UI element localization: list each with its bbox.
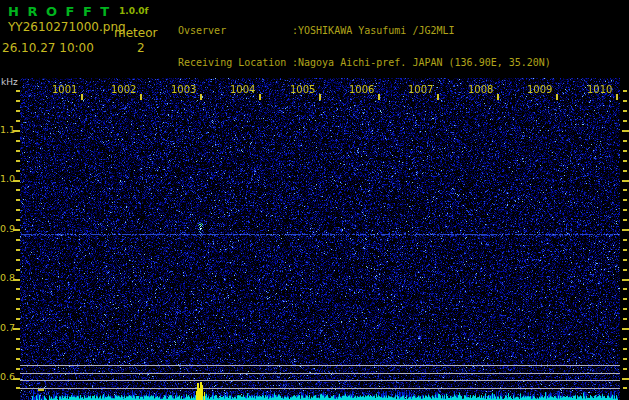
freq-label: 1.0 [0, 174, 14, 184]
freq-tick [623, 100, 627, 102]
freq-tick [13, 378, 20, 380]
freq-label: 1.1 [0, 125, 14, 135]
level-marker-tick [38, 389, 44, 391]
freq-tick [623, 90, 627, 92]
freq-tick [622, 328, 629, 330]
info-value: :YOSHIKAWA Yasufumi /JG2MLI [292, 25, 455, 36]
freq-tick [622, 378, 629, 380]
freq-tick [623, 239, 627, 241]
time-label: 1010 [587, 84, 612, 95]
time-label: 1006 [349, 84, 374, 95]
freq-tick [16, 189, 20, 191]
freq-tick [16, 110, 20, 112]
freq-tick [16, 170, 20, 172]
freq-tick [623, 259, 627, 261]
time-label: 1004 [230, 84, 255, 95]
time-tick [81, 94, 83, 100]
freq-tick [16, 90, 20, 92]
datetime-label: 26.10.27 10:00 [2, 41, 94, 55]
freq-tick [623, 249, 627, 251]
freq-label: 0.7 [0, 323, 14, 333]
time-tick [378, 94, 380, 100]
time-tick [140, 94, 142, 100]
freq-tick [16, 318, 20, 320]
freq-tick [623, 170, 627, 172]
freq-tick [16, 298, 20, 300]
freq-tick [622, 229, 629, 231]
freq-tick [623, 288, 627, 290]
time-label: 1008 [468, 84, 493, 95]
freq-tick [13, 279, 20, 281]
freq-tick [16, 269, 20, 271]
freq-tick [623, 140, 627, 142]
time-label: 1003 [171, 84, 196, 95]
freq-tick [16, 150, 20, 152]
freq-tick [623, 358, 627, 360]
freq-tick [13, 130, 20, 132]
freq-tick [13, 229, 20, 231]
freq-tick [16, 219, 20, 221]
freq-tick [623, 387, 627, 389]
mode-label: meteor [114, 26, 157, 40]
freq-label: 0.8 [0, 273, 14, 283]
time-tick [437, 94, 439, 100]
freq-tick [16, 308, 20, 310]
freq-tick [16, 259, 20, 261]
time-label: 1007 [408, 84, 433, 95]
freq-tick [16, 338, 20, 340]
freq-tick [622, 279, 629, 281]
freq-tick [16, 368, 20, 370]
freq-tick [13, 180, 20, 182]
info-row-location: Receiving Location:Nagoya Aichi-pref. JA… [178, 58, 575, 69]
freq-tick [622, 180, 629, 182]
freq-label: 0.6 [0, 372, 14, 382]
freq-label: 0.9 [0, 224, 14, 234]
freq-tick [16, 209, 20, 211]
freq-tick [16, 199, 20, 201]
info-row-observer: Ovserver:YOSHIKAWA Yasufumi /JG2MLI [178, 26, 575, 37]
freq-tick [623, 219, 627, 221]
freq-tick [623, 269, 627, 271]
freq-tick [16, 120, 20, 122]
freq-tick [623, 298, 627, 300]
freq-tick [623, 150, 627, 152]
freq-tick [13, 328, 20, 330]
freq-tick [623, 348, 627, 350]
freq-tick [623, 368, 627, 370]
time-label: 1002 [111, 84, 136, 95]
time-tick [556, 94, 558, 100]
freq-tick [16, 358, 20, 360]
freq-tick [623, 110, 627, 112]
time-tick [616, 94, 618, 100]
freq-tick [16, 387, 20, 389]
y-axis-unit-label: kHz [1, 77, 18, 87]
freq-tick [623, 199, 627, 201]
time-label: 1009 [527, 84, 552, 95]
freq-tick [16, 249, 20, 251]
freq-tick [16, 160, 20, 162]
freq-tick [623, 209, 627, 211]
info-value: :Nagoya Aichi-pref. JAPAN (136.90E, 35.2… [292, 57, 551, 68]
info-label: Receiving Location [178, 58, 292, 69]
freq-tick [16, 239, 20, 241]
meteor-count: 2 [137, 41, 145, 55]
freq-tick [16, 100, 20, 102]
freq-tick [623, 120, 627, 122]
freq-tick [16, 288, 20, 290]
time-tick [200, 94, 202, 100]
time-tick [259, 94, 261, 100]
output-filename: YY2610271000.png [8, 20, 126, 34]
time-tick [497, 94, 499, 100]
spectrogram-canvas [20, 78, 620, 400]
freq-tick [16, 140, 20, 142]
freq-tick [623, 318, 627, 320]
time-tick [319, 94, 321, 100]
freq-tick [16, 348, 20, 350]
time-label: 1001 [52, 84, 77, 95]
app-title: H R O F F T [8, 4, 111, 19]
freq-tick [623, 189, 627, 191]
info-label: Ovserver [178, 26, 292, 37]
time-label: 1005 [290, 84, 315, 95]
version-label: 1.0.0f [119, 6, 149, 16]
freq-tick [623, 338, 627, 340]
